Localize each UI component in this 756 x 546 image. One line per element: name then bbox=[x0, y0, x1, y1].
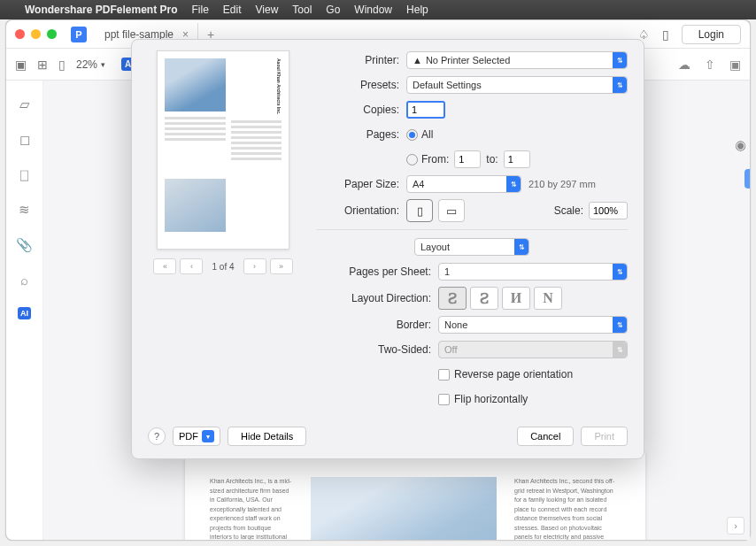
menu-help[interactable]: Help bbox=[406, 4, 428, 16]
pages-per-sheet-select[interactable]: 1 ⇅ bbox=[438, 263, 628, 281]
print-preview-pane: Aaoul Khan Architects Inc. « ‹ 1 of 4 › … bbox=[148, 50, 298, 414]
pager-last-button[interactable]: » bbox=[270, 258, 293, 274]
menu-view[interactable]: View bbox=[256, 4, 279, 16]
print-dialog: Aaoul Khan Architects Inc. « ‹ 1 of 4 › … bbox=[131, 39, 644, 459]
printer-value: No Printer Selected bbox=[426, 55, 510, 65]
device-icon[interactable]: ▯ bbox=[662, 27, 669, 42]
papersize-select[interactable]: A4 ⇅ bbox=[406, 175, 521, 193]
grid-view-icon[interactable]: ⊞ bbox=[37, 58, 48, 72]
ai-button[interactable]: AI bbox=[18, 307, 31, 319]
reverse-label: Reverse page orientation bbox=[454, 368, 573, 381]
chevron-updown-icon: ⇅ bbox=[613, 317, 627, 333]
pager-first-button[interactable]: « bbox=[153, 258, 176, 274]
layout-section-select[interactable]: Layout ⇅ bbox=[414, 238, 529, 256]
flip-checkbox[interactable] bbox=[438, 394, 450, 405]
border-value: None bbox=[444, 319, 467, 330]
twosided-value: Off bbox=[444, 344, 457, 355]
pages-label: Pages: bbox=[316, 128, 399, 141]
pager-prev-button[interactable]: ‹ bbox=[180, 258, 203, 274]
pager-next-button[interactable]: › bbox=[243, 258, 266, 274]
mac-menubar: Wondershare PDFelement Pro File Edit Vie… bbox=[0, 0, 756, 19]
orientation-portrait-button[interactable]: ▯ bbox=[406, 199, 433, 222]
from-input[interactable] bbox=[454, 150, 481, 168]
pages-range-radio[interactable] bbox=[406, 154, 418, 165]
sidebar-toggle-icon[interactable]: ▣ bbox=[15, 58, 27, 72]
print-button[interactable]: Print bbox=[581, 427, 628, 446]
page-view-icon[interactable]: ▯ bbox=[58, 58, 66, 72]
minimize-window-button[interactable] bbox=[31, 29, 41, 39]
scale-input[interactable] bbox=[589, 202, 628, 219]
from-label: From: bbox=[421, 153, 449, 165]
preview-pager: « ‹ 1 of 4 › » bbox=[153, 258, 292, 274]
menu-edit[interactable]: Edit bbox=[223, 4, 242, 16]
pages-all-radio[interactable] bbox=[406, 129, 418, 141]
bookmark-icon[interactable]: ⎕ bbox=[20, 167, 28, 182]
page-icon[interactable]: ▱ bbox=[19, 96, 30, 112]
layoutdir-s-button[interactable]: Ƨ bbox=[470, 287, 498, 310]
doc-body-text: Khan Architects Inc., is a mid-sized arc… bbox=[210, 477, 293, 540]
orientation-landscape-button[interactable]: ▭ bbox=[438, 199, 465, 222]
copies-input[interactable] bbox=[406, 101, 445, 119]
print-preview-page: Aaoul Khan Architects Inc. bbox=[157, 50, 289, 250]
maximize-window-button[interactable] bbox=[47, 29, 57, 39]
layoutdir-z-button[interactable]: Ƨ bbox=[438, 287, 467, 310]
scroll-right-button[interactable]: › bbox=[727, 517, 744, 534]
layoutdir-label: Layout Direction: bbox=[316, 292, 431, 304]
zoom-control[interactable]: 22% ▾ bbox=[76, 58, 105, 71]
copies-label: Copies: bbox=[316, 104, 399, 116]
presets-label: Presets: bbox=[316, 79, 399, 91]
left-sidebar: ▱ ◻ ⎕ ≋ 📎 ⌕ AI bbox=[6, 81, 43, 540]
chevron-down-icon: ▾ bbox=[101, 60, 105, 69]
preview-image-2 bbox=[165, 179, 226, 232]
reverse-checkbox[interactable] bbox=[438, 369, 450, 381]
layoutdir-n2-button[interactable]: N bbox=[534, 287, 562, 310]
close-window-button[interactable] bbox=[15, 29, 25, 39]
panel-toggle-icon[interactable]: ▣ bbox=[729, 58, 741, 72]
border-select[interactable]: None ⇅ bbox=[438, 316, 628, 334]
pdf-label: PDF bbox=[179, 431, 198, 442]
border-label: Border: bbox=[316, 319, 431, 331]
eye-icon[interactable]: ◉ bbox=[735, 137, 746, 153]
pager-text: 1 of 4 bbox=[206, 262, 239, 272]
chevron-updown-icon: ⇅ bbox=[613, 264, 627, 280]
chevron-updown-icon: ⇅ bbox=[613, 52, 627, 68]
twosided-select: Off ⇅ bbox=[438, 341, 628, 358]
menu-window[interactable]: Window bbox=[354, 4, 392, 16]
presets-select[interactable]: Default Settings ⇅ bbox=[406, 76, 628, 94]
pages-all-label: All bbox=[421, 128, 433, 141]
chevron-updown-icon: ⇅ bbox=[506, 176, 521, 192]
chevron-updown-icon: ⇅ bbox=[514, 239, 528, 255]
doc-image bbox=[311, 477, 497, 540]
printer-select[interactable]: ▲ No Printer Selected ⇅ bbox=[406, 51, 628, 69]
print-form: Printer: ▲ No Printer Selected ⇅ Presets… bbox=[316, 50, 628, 414]
hide-details-button[interactable]: Hide Details bbox=[228, 427, 306, 446]
chevron-updown-icon: ⇅ bbox=[613, 77, 627, 93]
preview-side-title: Aaoul Khan Architects Inc. bbox=[275, 58, 282, 114]
to-input[interactable] bbox=[504, 150, 530, 168]
scroll-indicator bbox=[744, 169, 750, 188]
menu-tool[interactable]: Tool bbox=[292, 4, 312, 16]
app-logo-icon: P bbox=[71, 27, 87, 42]
menu-file[interactable]: File bbox=[192, 4, 209, 16]
menu-go[interactable]: Go bbox=[326, 4, 340, 16]
layoutdir-n-button[interactable]: И bbox=[502, 287, 530, 310]
login-button[interactable]: Login bbox=[682, 25, 741, 44]
orientation-label: Orientation: bbox=[316, 204, 399, 217]
app-name[interactable]: Wondershare PDFelement Pro bbox=[25, 4, 178, 16]
comment-icon[interactable]: ◻ bbox=[19, 132, 30, 148]
doc-body-text-right: Khan Architects Inc., second this off-gr… bbox=[514, 477, 621, 540]
dialog-footer: ? PDF ▾ Hide Details Cancel Print bbox=[148, 427, 628, 446]
layout-section-value: Layout bbox=[420, 242, 450, 252]
zoom-value: 22% bbox=[76, 58, 97, 71]
pdf-dropdown-button[interactable]: PDF ▾ bbox=[173, 427, 220, 446]
share-icon[interactable]: ⇧ bbox=[705, 58, 715, 72]
document-page: Khan Architects Inc., is a mid-sized arc… bbox=[185, 452, 645, 540]
cloud-icon[interactable]: ☁ bbox=[678, 58, 690, 72]
pps-label: Pages per Sheet: bbox=[316, 265, 431, 278]
search-icon[interactable]: ⌕ bbox=[20, 273, 28, 288]
layers-icon[interactable]: ≋ bbox=[19, 202, 30, 218]
attachment-icon[interactable]: 📎 bbox=[16, 237, 33, 253]
cancel-button[interactable]: Cancel bbox=[517, 427, 574, 446]
help-button[interactable]: ? bbox=[148, 427, 166, 445]
doc-column-right: Khan Architects Inc., second this off-gr… bbox=[514, 477, 621, 540]
